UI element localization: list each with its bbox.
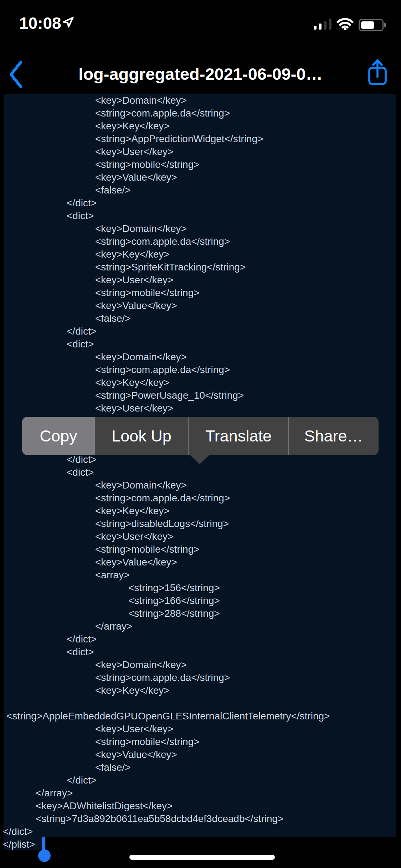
code-line: <string>mobile</string> [0, 543, 401, 556]
wifi-icon [336, 17, 354, 30]
page-title: log-aggregated-2021-06-09-0… [43, 63, 358, 86]
document-lines: <key>Domain</key><string>com.apple.da</s… [0, 94, 401, 851]
code-line: <string>disabledLogs</string> [0, 517, 401, 530]
code-line: </array> [0, 620, 401, 633]
code-line: <key>Key</key> [0, 505, 401, 517]
code-line: </dict> [0, 325, 401, 338]
selection-handle[interactable] [38, 849, 51, 862]
code-line: <key>Value</key> [0, 556, 401, 569]
code-line: <key>User</key> [0, 145, 401, 158]
code-line: <string>com.apple.da</string> [0, 671, 401, 684]
code-line: <string>AppleEmbeddedGPUOpenGLESInternal… [0, 710, 401, 723]
code-line: <string>mobile</string> [0, 158, 401, 171]
code-line: <dict> [0, 466, 401, 479]
code-line: </dict> [0, 633, 401, 646]
code-line: <key>User</key> [0, 402, 401, 415]
code-line: <array> [0, 569, 401, 582]
code-line: <key>Domain</key> [0, 479, 401, 492]
context-menu: CopyLook UpTranslateShare… [22, 417, 379, 455]
code-line: <string>166</string> [0, 594, 401, 607]
code-line: <dict> [0, 210, 401, 222]
code-line: <key>Key</key> [0, 120, 401, 133]
code-line: <false/> [0, 312, 401, 325]
location-arrow-icon [61, 16, 75, 29]
code-line: <string>com.apple.da</string> [0, 363, 401, 376]
code-line: <string>com.apple.da</string> [0, 235, 401, 248]
code-line: <key>User</key> [0, 723, 401, 735]
code-line: <string>SpriteKitTracking</string> [0, 261, 401, 274]
menu-item-copy[interactable]: Copy [22, 417, 95, 455]
code-line: <string>com.apple.da</string> [0, 107, 401, 120]
code-line: <key>ADWhitelistDigest</key> [0, 800, 401, 812]
code-line: <string>mobile</string> [0, 735, 401, 748]
code-line: <string>com.apple.da</string> [0, 492, 401, 505]
code-line: <false/> [0, 761, 401, 774]
code-line: <string>7d3a892b0611ea5b58dcbd4ef3dceadb… [0, 812, 401, 825]
code-line: </array> [0, 787, 401, 800]
code-line: </dict> [0, 197, 401, 210]
battery-icon [359, 19, 384, 31]
share-button[interactable] [366, 58, 389, 88]
code-line: <dict> [0, 338, 401, 351]
selection-caret [42, 837, 45, 851]
code-line: <key>User</key> [0, 530, 401, 543]
code-line: <key>Value</key> [0, 748, 401, 761]
back-button[interactable] [8, 60, 24, 89]
clock: 10:08 [19, 14, 61, 33]
menu-item-translate[interactable]: Translate [188, 417, 288, 455]
code-line: <string>PowerUsage_10</string> [0, 389, 401, 402]
menu-item-look-up[interactable]: Look Up [95, 417, 188, 455]
code-line [0, 697, 401, 710]
home-indicator[interactable] [129, 855, 275, 860]
code-line: </dict> [0, 825, 401, 838]
menu-item-share[interactable]: Share… [288, 417, 379, 455]
context-menu-arrow [189, 454, 210, 464]
code-line: <string>mobile</string> [0, 286, 401, 299]
code-line: </plist> [0, 838, 401, 851]
code-line: <string>AppPredictionWidget</string> [0, 133, 401, 145]
code-line: <key>Domain</key> [0, 658, 401, 671]
code-line: <string>156</string> [0, 582, 401, 594]
code-line: <key>User</key> [0, 274, 401, 286]
code-line: <key>Key</key> [0, 248, 401, 261]
code-line: <key>Domain</key> [0, 222, 401, 235]
code-line: <key>Key</key> [0, 376, 401, 389]
code-line: <key>Domain</key> [0, 94, 401, 107]
code-line: <dict> [0, 646, 401, 658]
code-line: <key>Value</key> [0, 299, 401, 312]
cellular-signal-icon [314, 19, 334, 30]
code-line: <string>288</string> [0, 607, 401, 620]
iphone-screen: 10:08 log-aggregated-2021-06-09-0… [0, 0, 401, 868]
code-line: <false/> [0, 184, 401, 197]
code-line: <key>Value</key> [0, 171, 401, 184]
code-line: </dict> [0, 774, 401, 787]
code-line: <key>Domain</key> [0, 351, 401, 363]
code-line: <key>Key</key> [0, 684, 401, 697]
